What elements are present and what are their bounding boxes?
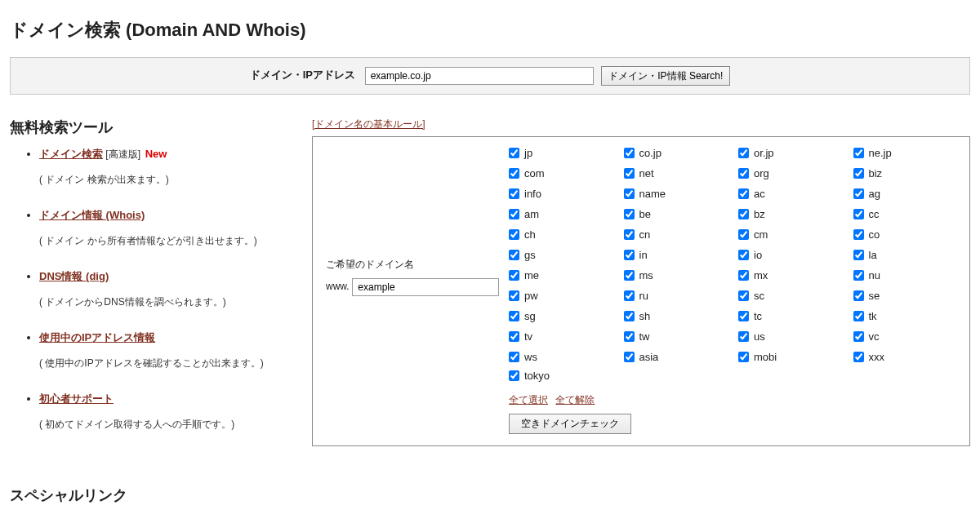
tld-item[interactable]: in	[624, 246, 733, 264]
tld-item[interactable]: us	[738, 327, 847, 346]
tld-item[interactable]: se	[853, 286, 962, 305]
tld-checkbox[interactable]	[509, 352, 519, 362]
tld-checkbox[interactable]	[624, 290, 635, 301]
tld-item[interactable]: tk	[853, 307, 962, 326]
tld-item[interactable]: vc	[853, 327, 962, 346]
tld-checkbox[interactable]	[624, 270, 635, 281]
sidebar-link[interactable]: ドメイン検索	[39, 148, 103, 160]
tld-checkbox[interactable]	[738, 290, 749, 301]
tld-checkbox[interactable]	[853, 188, 864, 199]
tld-item[interactable]: tc	[738, 307, 847, 326]
tld-item[interactable]: be	[624, 205, 733, 224]
tld-item[interactable]: pw	[509, 286, 617, 305]
tld-checkbox[interactable]	[738, 148, 749, 158]
tld-checkbox[interactable]	[509, 229, 519, 240]
sidebar-link[interactable]: 使用中のIPアドレス情報	[39, 331, 155, 343]
tld-item[interactable]: io	[738, 246, 847, 264]
tld-checkbox[interactable]	[624, 311, 635, 321]
tld-checkbox[interactable]	[738, 352, 749, 362]
tld-checkbox[interactable]	[853, 352, 864, 362]
tld-item[interactable]: asia	[624, 348, 733, 366]
tld-item[interactable]: gs	[509, 246, 617, 264]
tld-item[interactable]: org	[738, 164, 847, 183]
tld-checkbox[interactable]	[624, 148, 635, 158]
tld-item[interactable]: sc	[738, 286, 847, 305]
tld-item[interactable]: tv	[509, 327, 617, 346]
tld-checkbox[interactable]	[738, 188, 749, 199]
tld-checkbox[interactable]	[624, 229, 635, 240]
tld-checkbox[interactable]	[738, 229, 749, 240]
tld-item[interactable]: la	[853, 246, 962, 264]
tld-checkbox[interactable]	[738, 270, 749, 281]
tld-item[interactable]: ws	[509, 348, 617, 366]
tld-item[interactable]: jp	[509, 144, 617, 162]
tld-item[interactable]: net	[624, 164, 733, 183]
tld-item[interactable]: ru	[624, 286, 733, 305]
tld-item[interactable]: ne.jp	[853, 144, 962, 162]
deselect-all-link[interactable]: 全て解除	[555, 394, 595, 405]
tld-item[interactable]: or.jp	[738, 144, 847, 162]
select-all-link[interactable]: 全て選択	[509, 394, 548, 405]
tld-checkbox[interactable]	[853, 209, 864, 219]
domain-rules-link[interactable]: [ドメイン名の基本ルール]	[312, 117, 425, 131]
tld-item[interactable]: mobi	[738, 348, 847, 366]
tld-item[interactable]: name	[624, 184, 733, 203]
domain-ip-input[interactable]	[365, 67, 594, 85]
tld-item[interactable]: sg	[509, 307, 617, 326]
tld-item[interactable]: biz	[853, 164, 962, 183]
tld-item[interactable]: tw	[624, 327, 733, 346]
tld-item[interactable]: xxx	[853, 348, 962, 366]
tld-checkbox[interactable]	[509, 148, 519, 158]
sidebar-link[interactable]: ドメイン情報 (Whois)	[39, 209, 145, 221]
search-button[interactable]: ドメイン・IP情報 Search!	[601, 66, 730, 86]
tld-checkbox[interactable]	[853, 229, 864, 240]
check-domain-button[interactable]: 空きドメインチェック	[509, 414, 631, 434]
tld-checkbox[interactable]	[853, 168, 864, 179]
tld-item[interactable]: ch	[509, 225, 617, 244]
tld-checkbox[interactable]	[624, 331, 635, 342]
tld-item[interactable]: cm	[738, 225, 847, 244]
tld-item[interactable]: com	[509, 164, 617, 183]
tld-checkbox[interactable]	[853, 331, 864, 342]
tld-checkbox[interactable]	[738, 311, 749, 321]
tld-checkbox[interactable]	[509, 290, 519, 301]
tld-checkbox[interactable]	[738, 168, 749, 179]
tld-item[interactable]: ac	[738, 184, 847, 203]
tld-checkbox[interactable]	[509, 209, 519, 219]
sidebar-link[interactable]: DNS情報 (dig)	[39, 270, 109, 282]
tld-checkbox[interactable]	[853, 270, 864, 281]
tld-item[interactable]: me	[509, 266, 617, 285]
tld-checkbox[interactable]	[509, 188, 519, 199]
tld-item-last[interactable]: tokyo	[509, 366, 961, 385]
tld-checkbox[interactable]	[624, 188, 635, 199]
tld-checkbox[interactable]	[509, 168, 519, 179]
tld-item[interactable]: mx	[738, 266, 847, 285]
tld-checkbox[interactable]	[738, 331, 749, 342]
tld-checkbox[interactable]	[738, 209, 749, 219]
tld-checkbox[interactable]	[853, 311, 864, 321]
tld-item[interactable]: bz	[738, 205, 847, 224]
tld-item[interactable]: co	[853, 225, 962, 244]
tld-checkbox[interactable]	[853, 290, 864, 301]
tld-checkbox[interactable]	[509, 370, 519, 381]
tld-checkbox[interactable]	[509, 270, 519, 281]
tld-item[interactable]: nu	[853, 266, 962, 285]
tld-item[interactable]: sh	[624, 307, 733, 326]
tld-checkbox[interactable]	[509, 250, 519, 260]
tld-item[interactable]: ag	[853, 184, 962, 203]
tld-checkbox[interactable]	[624, 352, 635, 362]
tld-item[interactable]: co.jp	[624, 144, 733, 162]
tld-checkbox[interactable]	[738, 250, 749, 260]
tld-checkbox[interactable]	[853, 148, 864, 158]
tld-checkbox[interactable]	[624, 209, 635, 219]
tld-item[interactable]: cc	[853, 205, 962, 224]
tld-item[interactable]: info	[509, 184, 617, 203]
tld-checkbox[interactable]	[509, 311, 519, 321]
tld-item[interactable]: cn	[624, 225, 733, 244]
tld-item[interactable]: ms	[624, 266, 733, 285]
tld-checkbox[interactable]	[509, 331, 519, 342]
sidebar-link[interactable]: 初心者サポート	[39, 392, 114, 405]
tld-item[interactable]: am	[509, 205, 617, 224]
wish-domain-input[interactable]	[352, 278, 499, 296]
tld-checkbox[interactable]	[624, 250, 635, 260]
